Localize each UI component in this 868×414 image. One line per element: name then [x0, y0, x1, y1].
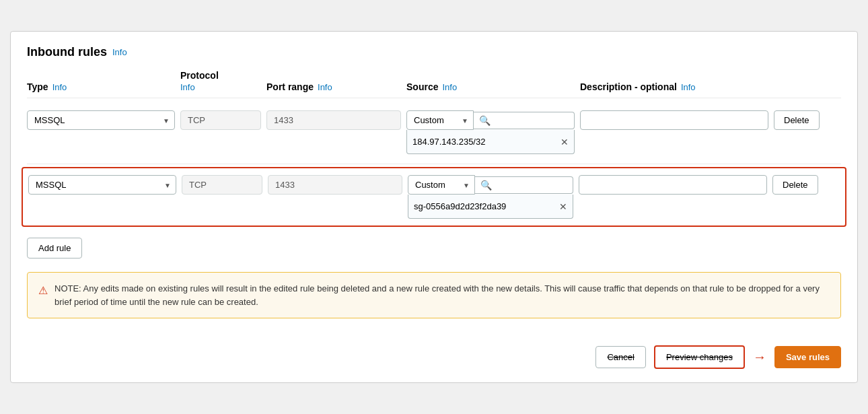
col-port-label: Port range [266, 81, 314, 92]
port-field-wrapper [266, 110, 401, 130]
protocol-field-wrapper [180, 110, 261, 130]
section-header: Inbound rules Info [27, 45, 841, 59]
add-rule-button[interactable]: Add rule [27, 238, 82, 258]
type-select-wrapper: MSSQL All traffic All TCP Custom TCP HTT… [27, 110, 175, 130]
col-type-info[interactable]: Info [52, 82, 67, 92]
col-desc-label: Description - optional [580, 81, 677, 92]
source-tag-close-2[interactable]: ✕ [559, 201, 567, 212]
col-protocol-header: Protocol Info [180, 70, 261, 92]
source-top-2: Custom Anywhere-IPv4 Anywhere-IPv6 My IP… [408, 175, 573, 195]
source-search-input-2[interactable] [495, 180, 567, 190]
source-search-wrapper: 🔍 [474, 112, 575, 129]
inbound-rules-panel: Inbound rules Info Type Info Protocol In… [10, 31, 858, 383]
source-area-2: Custom Anywhere-IPv4 Anywhere-IPv6 My IP… [408, 175, 573, 219]
type-select-2[interactable]: MSSQL All traffic All TCP Custom TCP HTT… [28, 175, 176, 195]
type-select-wrapper-2: MSSQL All traffic All TCP Custom TCP HTT… [28, 175, 176, 195]
col-type-header: Type Info [27, 81, 175, 92]
col-source-label: Source [406, 81, 438, 92]
protocol-field-wrapper-2 [182, 175, 262, 195]
description-wrapper [580, 110, 768, 130]
table-header: Type Info Protocol Info Port range Info … [27, 70, 841, 98]
delete-wrapper-2: Delete [772, 175, 840, 195]
source-search-wrapper-2: 🔍 [475, 176, 573, 194]
bottom-bar: Cancel Preview changes → Save rules [27, 335, 841, 369]
type-select[interactable]: MSSQL All traffic All TCP Custom TCP HTT… [27, 110, 175, 130]
col-source-info[interactable]: Info [442, 82, 457, 92]
protocol-field [180, 110, 261, 130]
source-type-select-2[interactable]: Custom Anywhere-IPv4 Anywhere-IPv6 My IP [408, 175, 475, 195]
cancel-button[interactable]: Cancel [595, 346, 645, 368]
source-tag-text: 184.97.143.235/32 [412, 137, 485, 147]
delete-button[interactable]: Delete [774, 110, 820, 130]
note-box: ⚠ NOTE: Any edits made on existing rules… [27, 272, 841, 318]
section-title: Inbound rules [27, 45, 107, 59]
search-icon-2: 🔍 [480, 180, 492, 191]
source-area: Custom Anywhere-IPv4 Anywhere-IPv6 My IP… [406, 110, 575, 154]
rule-divider [27, 164, 841, 164]
source-search-input[interactable] [493, 115, 569, 125]
col-port-info[interactable]: Info [318, 82, 332, 92]
protocol-field-2 [182, 175, 262, 195]
source-tag-chip-2: sg-0556a9d2d23f2da39 ✕ [408, 195, 573, 219]
source-tag-text-2: sg-0556a9d2d23f2da39 [414, 201, 506, 211]
description-wrapper-2 [579, 175, 767, 195]
col-type-label: Type [27, 81, 48, 92]
description-input-2[interactable] [579, 175, 767, 195]
col-desc-header: Description - optional Info [580, 81, 768, 92]
col-port-header: Port range Info [266, 81, 401, 92]
note-text: NOTE: Any edits made on existing rules w… [55, 282, 830, 308]
delete-button-2[interactable]: Delete [772, 175, 818, 195]
source-tag-close[interactable]: ✕ [560, 137, 569, 147]
delete-wrapper: Delete [774, 110, 841, 130]
source-type-wrapper: Custom Anywhere-IPv4 Anywhere-IPv6 My IP [406, 110, 474, 130]
port-field-wrapper-2 [268, 175, 402, 195]
source-type-select[interactable]: Custom Anywhere-IPv4 Anywhere-IPv6 My IP [406, 110, 474, 130]
source-type-wrapper-2: Custom Anywhere-IPv4 Anywhere-IPv6 My IP [408, 175, 475, 195]
description-input[interactable] [580, 110, 768, 130]
rule-row: MSSQL All traffic All TCP Custom TCP HTT… [27, 104, 841, 161]
save-rules-button[interactable]: Save rules [774, 346, 841, 368]
rule-row-highlighted: MSSQL All traffic All TCP Custom TCP HTT… [22, 167, 846, 227]
source-tag-chip: 184.97.143.235/32 ✕ [406, 130, 575, 154]
col-desc-info[interactable]: Info [681, 82, 696, 92]
col-protocol-label: Protocol [180, 70, 219, 81]
preview-changes-button[interactable]: Preview changes [654, 345, 745, 369]
source-top: Custom Anywhere-IPv4 Anywhere-IPv6 My IP… [406, 110, 575, 130]
port-range-field-2 [268, 175, 402, 195]
arrow-icon: → [753, 349, 766, 365]
title-info-link[interactable]: Info [112, 47, 127, 57]
add-rule-wrapper: Add rule [27, 227, 841, 258]
search-icon: 🔍 [479, 115, 491, 126]
warning-icon: ⚠ [38, 283, 48, 299]
col-protocol-info[interactable]: Info [180, 82, 195, 92]
port-range-field [266, 110, 401, 130]
col-source-header: Source Info [406, 81, 575, 92]
